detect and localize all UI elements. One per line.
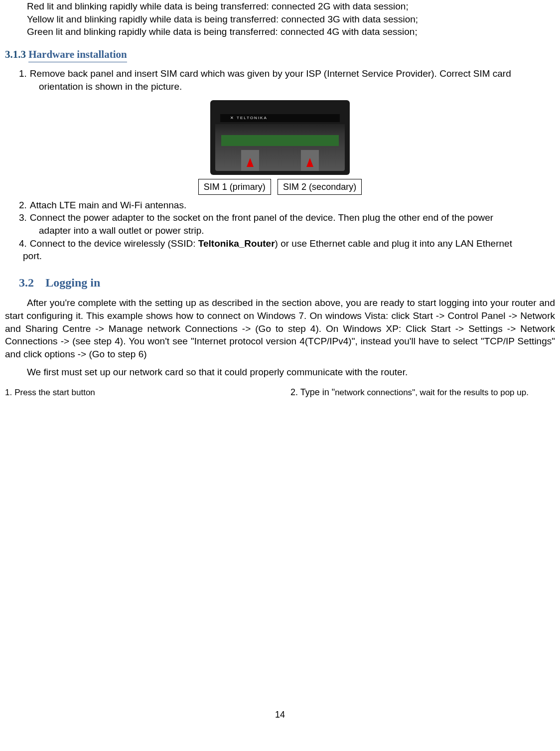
logging-in-paragraph-2: We first must set up our network card so… — [5, 366, 555, 379]
heading-3-1-3: 3.1.3 Hardware installation — [5, 47, 555, 62]
step-3-text-a: Connect the power adapter to the socket … — [30, 211, 555, 224]
step-4-text-b: port. — [23, 250, 555, 263]
heading-3-2-title: Logging in — [45, 276, 100, 289]
col-step-1: 1. Press the start button — [5, 386, 276, 399]
step-1-text-b: orientation is shown in the picture. — [39, 80, 555, 93]
heading-3-2: 3.2 Logging in — [19, 275, 555, 291]
led-status-line-4g: Green lit and blinking rapidly while dat… — [27, 25, 555, 38]
sim1-label: SIM 1 (primary) — [198, 179, 271, 195]
device-brand-label: ✕ TELTONIKA — [220, 114, 340, 122]
step-4-pre: Connect to the device wirelessly (SSID: — [30, 238, 198, 249]
col-step-2: 2. Type in "network connections", wait f… — [276, 386, 555, 399]
led-status-line-3g: Yellow lit and blinking rapidly while da… — [27, 13, 555, 26]
col2-number: 2. — [290, 387, 298, 397]
page-number: 14 — [5, 709, 555, 721]
step-4-number: 4. — [19, 237, 30, 250]
two-column-steps: 1. Press the start button 2. Type in "ne… — [5, 386, 555, 399]
device-illustration: ✕ TELTONIKA — [210, 100, 350, 175]
hardware-install-steps-cont: 2. Attach LTE main and Wi-Fi antennas. 3… — [5, 199, 555, 263]
col1-number: 1. — [5, 388, 12, 397]
sim2-arrow-icon — [306, 158, 313, 167]
heading-number: 3.1.3 — [5, 48, 26, 60]
heading-title: Hardware installation — [28, 47, 127, 62]
hardware-install-steps: 1. Remove back panel and insert SIM card… — [5, 67, 555, 93]
step-3-number: 3. — [19, 211, 30, 224]
logging-in-paragraph-1: After you're complete with the setting u… — [5, 297, 555, 360]
step-3-text-b: adapter into a wall outlet or power stri… — [39, 224, 555, 237]
step-4-ssid: Teltonika_Router — [198, 238, 275, 249]
sim2-label: SIM 2 (secondary) — [278, 179, 362, 195]
col2-post: ", wait for the results to pop up. — [412, 388, 529, 397]
sim-orientation-figure: ✕ TELTONIKA SIM 1 (primary) SIM 2 (secon… — [5, 100, 555, 195]
col1-text: Press the start button — [14, 388, 95, 397]
sim1-arrow-icon — [247, 158, 254, 167]
step-4-post: ) or use Ethernet cable and plug it into… — [275, 238, 512, 249]
step-1-number: 1. — [19, 67, 30, 80]
col2-mid: network connections — [335, 388, 412, 397]
step-2-text: Attach LTE main and Wi-Fi antennas. — [30, 199, 555, 212]
led-status-line-2g: Red lit and blinking rapidly while data … — [27, 0, 555, 13]
step-4-text-a: Connect to the device wirelessly (SSID: … — [30, 237, 555, 250]
heading-3-2-number: 3.2 — [19, 276, 34, 289]
col2-pre: Type in " — [300, 387, 335, 397]
step-2-number: 2. — [19, 199, 30, 212]
step-1-text-a: Remove back panel and insert SIM card wh… — [30, 67, 555, 80]
